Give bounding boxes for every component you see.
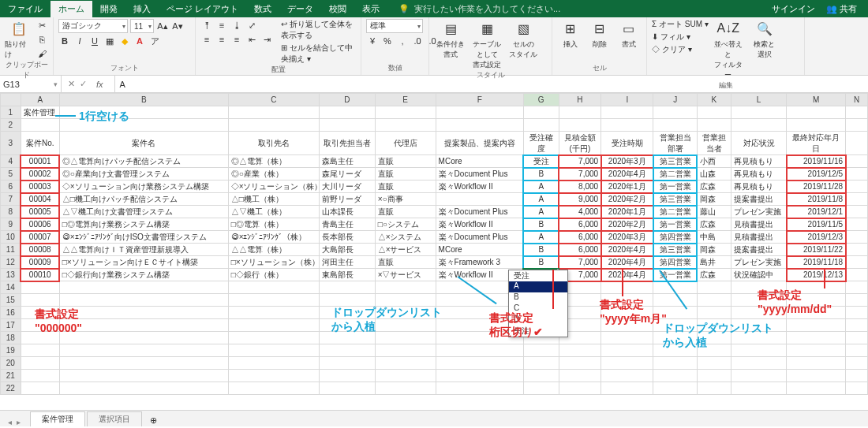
cell-prob[interactable]: B xyxy=(523,256,559,269)
dropdown-item[interactable]: C xyxy=(509,303,567,314)
cell[interactable] xyxy=(846,181,868,193)
cell-date[interactable]: 2019/11/28 xyxy=(787,181,846,193)
cell[interactable] xyxy=(731,332,787,344)
row-header-17[interactable]: 17 xyxy=(1,319,21,332)
cell[interactable] xyxy=(697,370,731,382)
cell[interactable] xyxy=(228,344,319,357)
cell-date[interactable]: 2019/12/3 xyxy=(787,231,846,244)
font-color-button[interactable]: A xyxy=(133,35,146,47)
cell-agent[interactable]: 直販 xyxy=(375,155,436,168)
cell[interactable] xyxy=(228,281,319,294)
cell[interactable] xyxy=(601,281,653,294)
percent-button[interactable]: % xyxy=(381,35,394,47)
cell[interactable] xyxy=(228,370,319,382)
cell-no[interactable]: 00002 xyxy=(21,168,59,181)
cell-name[interactable]: △□機工向けパッチ配信システム xyxy=(59,193,228,206)
cell-when[interactable]: 2020年4月 xyxy=(601,269,653,281)
ribbon-tab-2[interactable]: 開発 xyxy=(92,1,125,17)
cell[interactable] xyxy=(653,332,698,344)
phonetic-button[interactable]: ア xyxy=(148,35,161,47)
cell-rep[interactable]: 山森 xyxy=(697,168,731,181)
cell[interactable] xyxy=(436,344,523,357)
row-header-16[interactable]: 16 xyxy=(1,307,21,319)
find-select-button[interactable]: 🔍検索と 選択 xyxy=(748,19,781,60)
cell-date[interactable]: 2019/12/13 xyxy=(787,269,846,281)
inc-decimal-button[interactable]: .0 xyxy=(411,35,424,47)
cell[interactable] xyxy=(375,106,436,119)
cell-cust[interactable]: ◎△電算（株） xyxy=(228,155,319,168)
cell[interactable] xyxy=(787,344,846,357)
cell-cust[interactable]: □◎電算（株） xyxy=(228,218,319,231)
cancel-icon[interactable]: ✕ xyxy=(68,79,75,89)
cell[interactable] xyxy=(375,319,436,332)
cell-date[interactable]: 2019/11/16 xyxy=(787,155,846,168)
row-header-12[interactable]: 12 xyxy=(1,256,21,269)
cell-no[interactable]: 00005 xyxy=(21,206,59,218)
cell-stat[interactable]: 再見積もり xyxy=(731,181,787,193)
cell[interactable] xyxy=(787,294,846,307)
cell-when[interactable]: 2020年4月 xyxy=(601,256,653,269)
cell[interactable] xyxy=(846,106,868,119)
cell-pic[interactable]: 大川リーダ xyxy=(320,181,376,193)
comma-button[interactable]: , xyxy=(396,35,409,47)
cell-rep[interactable]: 広森 xyxy=(697,218,731,231)
cell-when[interactable]: 2020年4月 xyxy=(601,244,653,256)
cell-dept[interactable]: 第二営業 xyxy=(653,168,698,181)
cell-stat[interactable]: 提案書提出 xyxy=(731,244,787,256)
cell[interactable] xyxy=(320,294,376,307)
cell-rep[interactable]: 広森 xyxy=(697,269,731,281)
cell-date[interactable]: 2019/11/8 xyxy=(787,193,846,206)
cell[interactable] xyxy=(697,119,731,132)
cell[interactable] xyxy=(846,319,868,332)
cell[interactable] xyxy=(653,294,698,307)
cell-name[interactable]: △△電算向けＩＴ資産管理新規導入 xyxy=(59,244,228,256)
cell[interactable] xyxy=(59,294,228,307)
align-left-button[interactable]: ≡ xyxy=(200,33,213,46)
header-F[interactable]: 提案製品、提案内容 xyxy=(436,132,523,155)
cell-amt[interactable]: 7,000 xyxy=(559,256,600,269)
cell[interactable] xyxy=(523,344,559,357)
cell[interactable] xyxy=(846,307,868,319)
header-E[interactable]: 代理店 xyxy=(375,132,436,155)
col-header-N[interactable]: N xyxy=(846,94,868,106)
cell-amt[interactable]: 6,000 xyxy=(559,244,600,256)
cell[interactable] xyxy=(559,382,600,395)
cell[interactable] xyxy=(436,106,523,119)
cell[interactable] xyxy=(601,382,653,395)
cell[interactable] xyxy=(228,357,319,370)
cell[interactable] xyxy=(787,382,846,395)
cell[interactable] xyxy=(523,357,559,370)
col-header-G[interactable]: G xyxy=(523,94,559,106)
cell[interactable] xyxy=(846,231,868,244)
cell-agent[interactable]: ×○商事 xyxy=(375,193,436,206)
indent-inc-button[interactable]: ⇥ xyxy=(260,33,273,46)
cell-date[interactable]: 2019/12/1 xyxy=(787,206,846,218)
cell[interactable] xyxy=(59,307,228,319)
fill-button[interactable]: ⬇ フィル ▾ xyxy=(652,32,690,43)
cell-amt[interactable]: 6,000 xyxy=(559,231,600,244)
ribbon-tab-6[interactable]: データ xyxy=(279,1,321,17)
cell[interactable] xyxy=(846,119,868,132)
cell[interactable] xyxy=(559,344,600,357)
align-right-button[interactable]: ≡ xyxy=(230,33,243,46)
cell-prod[interactable]: MCore xyxy=(436,244,523,256)
cell[interactable] xyxy=(653,106,698,119)
cell[interactable] xyxy=(731,106,787,119)
cell-prob[interactable]: B xyxy=(523,168,559,181)
delete-cells-button[interactable]: ⊟削除 xyxy=(586,19,612,50)
cell-rep[interactable]: 広森 xyxy=(697,181,731,193)
cell[interactable] xyxy=(787,106,846,119)
autosum-button[interactable]: Σ オート SUM ▾ xyxy=(652,19,709,30)
header-G[interactable]: 受注確度 xyxy=(523,132,559,155)
cell[interactable] xyxy=(375,344,436,357)
cell-amt[interactable]: 7,000 xyxy=(559,168,600,181)
cell[interactable] xyxy=(731,319,787,332)
cell-prob[interactable]: B xyxy=(523,218,559,231)
cell-amt[interactable]: 4,000 xyxy=(559,206,600,218)
cell-prob[interactable]: A xyxy=(523,193,559,206)
cell[interactable] xyxy=(523,370,559,382)
cell[interactable] xyxy=(697,294,731,307)
cell-prob[interactable]: A xyxy=(523,206,559,218)
cell-prod[interactable]: 楽々Document Plus xyxy=(436,206,523,218)
cell-name[interactable]: △▽機工向け文書管理システム xyxy=(59,206,228,218)
